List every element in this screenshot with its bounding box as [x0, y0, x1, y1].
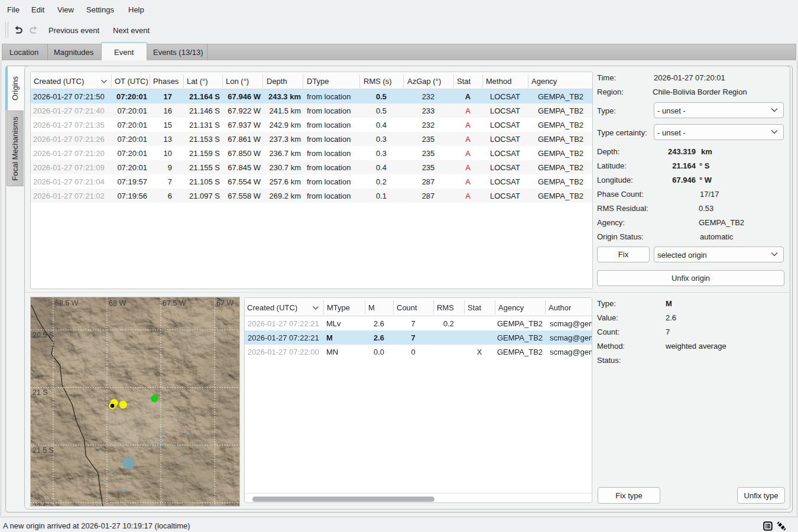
svg-text:68 W: 68 W [109, 299, 126, 307]
svg-text:21.5 S: 21.5 S [33, 446, 54, 455]
svg-text:21 S: 21 S [33, 388, 48, 397]
svg-text:67 W: 67 W [216, 299, 233, 307]
svg-text:20.5 S: 20.5 S [33, 331, 54, 339]
svg-text:68.5 W: 68.5 W [55, 299, 79, 307]
svg-text:67.5 W: 67.5 W [163, 299, 186, 307]
svg-text:22 S: 22 S [33, 502, 48, 506]
